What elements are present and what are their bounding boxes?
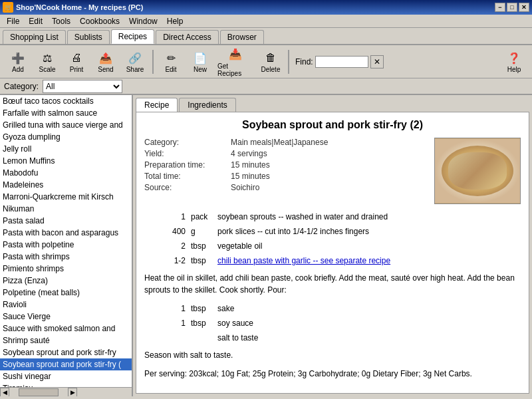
toolbar-separator	[152, 50, 154, 74]
food-plate-visual	[435, 139, 520, 203]
tab-direct-access[interactable]: Direct Access	[156, 30, 219, 44]
share-icon: 🔗	[127, 50, 143, 66]
list-item[interactable]: Farfalle with salmon sauce	[0, 107, 132, 119]
ing-desc: soy sauce	[217, 319, 521, 328]
meta-total-time: Total time: 15 minutes	[144, 172, 434, 181]
ingredient-row: 1 tbsp soy sauce	[144, 319, 521, 328]
meta-prep-time: Preparation time: 15 minutes	[144, 160, 434, 170]
close-button[interactable]: ✕	[519, 3, 529, 12]
add-button[interactable]: ➕ Add	[4, 48, 32, 75]
list-item[interactable]: Ravioli	[0, 299, 132, 311]
scale-icon: ⚖	[39, 50, 55, 66]
ing-link[interactable]: chili bean paste with garlic -- see sepa…	[217, 256, 521, 265]
meta-category-label: Category:	[144, 138, 231, 147]
list-item[interactable]: Polpetine (meat balls)	[0, 287, 132, 299]
send-button[interactable]: 📤 Send	[92, 48, 120, 75]
scroll-thumb[interactable]	[19, 388, 59, 396]
list-item[interactable]: Gyoza dumpling	[0, 131, 132, 143]
find-label: Find:	[295, 57, 313, 66]
find-clear-button[interactable]: ✕	[370, 55, 384, 68]
menu-file[interactable]: File	[3, 15, 23, 27]
ing-desc: pork slices -- cut into 1/4-1/2 inches f…	[217, 227, 521, 236]
help-button[interactable]: ❓ Help	[500, 48, 528, 75]
list-item[interactable]: Sauce with smoked salmon and	[0, 323, 132, 334]
list-item[interactable]: Pasta salad	[0, 215, 132, 227]
list-item[interactable]: Madeleines	[0, 179, 132, 191]
list-item[interactable]: Jelly roll	[0, 143, 132, 155]
share-button[interactable]: 🔗 Share	[121, 48, 149, 75]
list-item[interactable]: Marroni-Quarkcreme mit Kirsch	[0, 191, 132, 203]
meta-source-label: Source:	[144, 183, 231, 192]
app-icon: 🛒	[3, 2, 13, 13]
menu-help[interactable]: Help	[163, 15, 188, 27]
list-item[interactable]: Tiramisu	[0, 382, 132, 387]
title-bar: 🛒 Shop'NCook Home - My recipes (PC) − □ …	[0, 0, 532, 15]
find-input[interactable]	[315, 56, 368, 68]
list-item[interactable]: Sushi vinegar	[0, 370, 132, 382]
category-bar: Category: All Appetizers Main meals Dess…	[0, 78, 532, 94]
scroll-left-button[interactable]: ◀	[0, 388, 9, 397]
ing-amount: 1	[144, 304, 191, 313]
tab-sublists[interactable]: Sublists	[67, 30, 110, 44]
help-icon: ❓	[506, 50, 522, 66]
ing-amount: 1-2	[144, 256, 191, 265]
list-item[interactable]: Pasta with polpetine	[0, 239, 132, 251]
final-note: Season with salt to taste.	[144, 349, 521, 361]
menu-tools[interactable]: Tools	[48, 15, 74, 27]
edit-button[interactable]: ✏ Edit	[157, 48, 185, 75]
recipe-image	[434, 138, 521, 204]
delete-button[interactable]: 🗑 Delete	[257, 48, 285, 75]
sub-tab-bar: Recipe Ingredients	[133, 95, 532, 112]
list-item-selected[interactable]: Soybean sprout and pork stir-fry (	[0, 358, 132, 370]
print-button[interactable]: 🖨 Print	[63, 48, 90, 75]
ing-amount: 2	[144, 241, 191, 251]
menu-window[interactable]: Window	[125, 15, 162, 27]
ing-unit: tbsp	[191, 304, 217, 313]
toolbar-separator-2	[288, 50, 289, 74]
print-icon: 🖨	[68, 50, 84, 66]
recipe-title: Soybean sprout and pork stir-fry (2)	[144, 119, 521, 131]
list-item[interactable]: Pasta with bacon and asparagus	[0, 227, 132, 239]
ing-amount: 1	[144, 319, 191, 328]
new-button[interactable]: 📄 New	[186, 48, 214, 75]
list-item[interactable]: Shrimp sauté	[0, 334, 132, 346]
ingredient-row: 1-2 tbsp chili bean paste with garlic --…	[144, 256, 521, 265]
ingredients-section-2: 1 tbsp sake 1 tbsp soy sauce salt to tas…	[144, 304, 521, 342]
main-area: Bœuf taco tacos cocktails Farfalle with …	[0, 94, 532, 396]
sub-tab-recipe[interactable]: Recipe	[136, 98, 178, 112]
delete-icon: 🗑	[263, 50, 279, 66]
list-item[interactable]: Lemon Muffins	[0, 155, 132, 167]
list-item[interactable]: Grilled tuna with sauce vierge and	[0, 119, 132, 131]
get-recipes-button[interactable]: 📥 Get Recipes	[215, 45, 255, 79]
menu-edit[interactable]: Edit	[25, 15, 47, 27]
maximize-button[interactable]: □	[507, 3, 517, 12]
ingredients-section: 1 pack soybean sprouts -- washed in wate…	[144, 212, 521, 265]
category-select[interactable]: All Appetizers Main meals Desserts Salad…	[43, 80, 122, 93]
scale-button[interactable]: ⚖ Scale	[33, 48, 61, 75]
meta-yield: Yield: 4 servings	[144, 149, 434, 158]
scroll-right-button[interactable]: ▶	[68, 388, 77, 397]
list-item[interactable]: Nikuman	[0, 203, 132, 215]
ingredient-row: salt to taste	[144, 333, 521, 342]
tab-browser[interactable]: Browser	[220, 30, 264, 44]
meta-prep-value: 15 minutes	[231, 160, 270, 170]
list-item[interactable]: Sauce Vierge	[0, 311, 132, 323]
list-item[interactable]: Bœuf taco tacos cocktails	[0, 95, 132, 107]
sub-tab-ingredients[interactable]: Ingredients	[179, 98, 235, 112]
minimize-button[interactable]: −	[495, 3, 505, 12]
meta-category-value: Main meals|Meat|Japanese	[231, 138, 328, 147]
ing-desc: salt to taste	[217, 333, 521, 342]
list-item[interactable]: Pasta with shrimps	[0, 251, 132, 263]
per-serving: Per serving: 203kcal; 10g Fat; 25g Prote…	[144, 369, 521, 378]
new-icon: 📄	[192, 50, 208, 66]
list-item[interactable]: Soybean sprout and pork stir-fry	[0, 346, 132, 358]
list-item[interactable]: Mabodofu	[0, 167, 132, 179]
tab-recipes[interactable]: Recipes	[111, 29, 154, 44]
list-item[interactable]: Pimiento shrimps	[0, 263, 132, 275]
menu-cookbooks[interactable]: Cookbooks	[76, 15, 124, 27]
recipe-meta-left: Category: Main meals|Meat|Japanese Yield…	[144, 138, 434, 204]
list-item[interactable]: Pizza (Enza)	[0, 275, 132, 287]
ingredient-row: 400 g pork slices -- cut into 1/4-1/2 in…	[144, 227, 521, 236]
tab-shopping-list[interactable]: Shopping List	[3, 30, 66, 44]
list-horizontal-scrollbar[interactable]: ◀ ▶	[0, 387, 132, 396]
